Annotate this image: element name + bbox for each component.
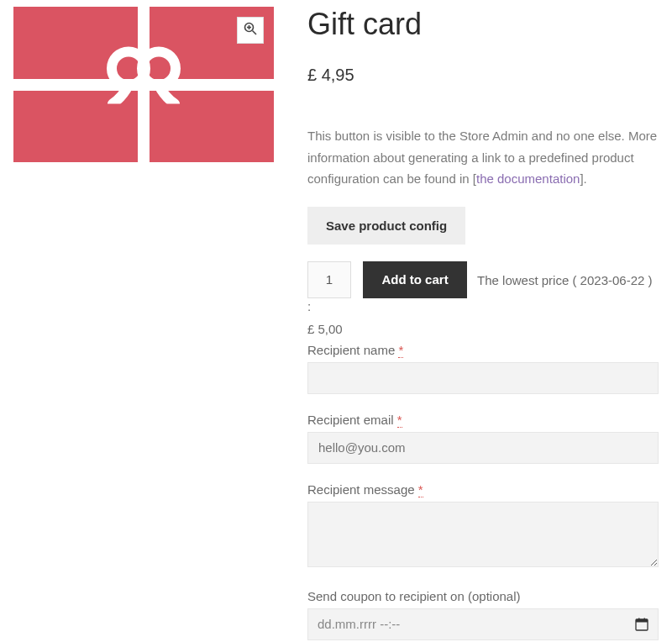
recipient-name-input[interactable] bbox=[307, 362, 659, 394]
lowest-price-value: £ 5,00 bbox=[307, 322, 659, 336]
recipient-name-label-text: Recipient name bbox=[307, 343, 398, 357]
admin-note-suffix: ]. bbox=[580, 171, 586, 186]
required-asterisk: * bbox=[418, 482, 423, 497]
cart-row: Add to cart The lowest price ( 2023-06-2… bbox=[307, 261, 659, 313]
recipient-message-label: Recipient message * bbox=[307, 482, 659, 497]
documentation-link[interactable]: the documentation bbox=[476, 171, 580, 186]
required-asterisk: * bbox=[397, 413, 402, 428]
send-date-field: Send coupon to recipient on (optional) d… bbox=[307, 589, 659, 640]
required-asterisk: * bbox=[398, 343, 403, 358]
send-date-input[interactable] bbox=[307, 608, 659, 640]
bow-icon bbox=[97, 45, 190, 103]
product-title: Gift card bbox=[307, 7, 659, 42]
recipient-email-label: Recipient email * bbox=[307, 413, 659, 427]
product-image[interactable] bbox=[13, 7, 274, 162]
zoom-button[interactable] bbox=[237, 17, 264, 44]
recipient-name-field: Recipient name * bbox=[307, 343, 659, 394]
recipient-email-field: Recipient email * bbox=[307, 413, 659, 464]
product-image-column bbox=[13, 7, 274, 642]
send-date-label: Send coupon to recipient on (optional) bbox=[307, 589, 659, 603]
admin-note: This button is visible to the Store Admi… bbox=[307, 125, 659, 190]
recipient-message-input[interactable] bbox=[307, 502, 659, 567]
lowest-price-label: The lowest price ( 2023-06-22 ) : bbox=[307, 272, 653, 313]
recipient-email-input[interactable] bbox=[307, 432, 659, 464]
add-to-cart-button[interactable]: Add to cart bbox=[363, 261, 466, 298]
recipient-email-label-text: Recipient email bbox=[307, 413, 397, 427]
recipient-message-field: Recipient message * bbox=[307, 482, 659, 571]
quantity-input[interactable] bbox=[307, 261, 351, 298]
save-product-config-button[interactable]: Save product config bbox=[307, 207, 465, 245]
recipient-name-label: Recipient name * bbox=[307, 343, 659, 357]
svg-line-3 bbox=[253, 31, 257, 35]
product-info-column: Gift card £ 4,95 This button is visible … bbox=[307, 7, 659, 642]
product-price: £ 4,95 bbox=[307, 66, 659, 85]
svg-point-1 bbox=[142, 51, 176, 85]
zoom-icon bbox=[244, 22, 257, 39]
recipient-message-label-text: Recipient message bbox=[307, 482, 418, 497]
